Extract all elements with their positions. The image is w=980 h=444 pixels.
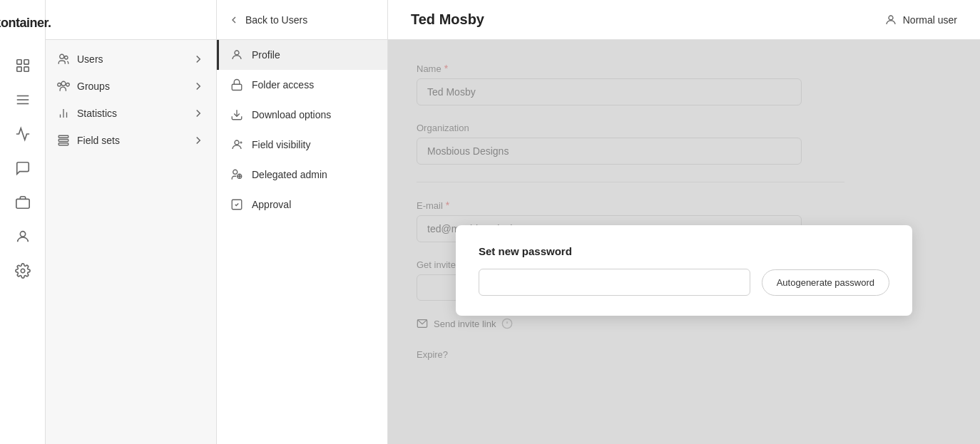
password-modal-overlay: Set new password Autogenerate password [388, 40, 980, 444]
content-header: Ted Mosby Normal user [388, 0, 980, 40]
svg-point-10 [60, 54, 64, 58]
sub-nav-label-field-visibility: Field visibility [252, 139, 310, 150]
sub-nav: Profile Folder access Download options F… [217, 40, 387, 220]
sub-nav-delegated-admin[interactable]: Delegated admin [217, 160, 387, 190]
svg-rect-7 [16, 199, 29, 208]
svg-point-8 [20, 232, 25, 237]
svg-rect-22 [232, 84, 242, 90]
sidebar-icon-statistics[interactable] [9, 120, 37, 148]
nav-item-groups[interactable]: Groups [46, 73, 216, 100]
svg-point-9 [21, 269, 25, 273]
svg-rect-19 [58, 140, 68, 142]
nav-item-statistics[interactable]: Statistics [46, 100, 216, 127]
back-label: Back to Users [245, 14, 307, 26]
svg-point-12 [61, 81, 66, 86]
svg-rect-18 [58, 135, 68, 138]
svg-point-24 [235, 140, 239, 145]
nav-label-field-sets: Field sets [77, 135, 120, 146]
page-title: Ted Mosby [411, 11, 484, 28]
icon-sidebar: kontainer. [0, 0, 46, 444]
svg-rect-3 [24, 67, 28, 71]
sub-nav-field-visibility[interactable]: Field visibility [217, 130, 387, 160]
sub-nav-label-profile: Profile [252, 49, 280, 61]
main-nav: Users Groups Statistics Field sets [46, 40, 216, 160]
sidebar-icon-comments[interactable] [9, 154, 37, 182]
sidebar-icon-user[interactable] [9, 222, 37, 251]
password-input[interactable] [479, 269, 750, 296]
main-sidebar-header [46, 0, 216, 40]
password-modal-row: Autogenerate password [479, 269, 889, 296]
nav-item-field-sets[interactable]: Field sets [46, 127, 216, 154]
sub-nav-folder-access[interactable]: Folder access [217, 70, 387, 100]
sub-sidebar: Back to Users Profile Folder access Down… [217, 0, 388, 444]
sidebar-icon-dashboard[interactable] [9, 51, 37, 80]
back-to-users-button[interactable]: Back to Users [217, 0, 387, 40]
sub-nav-label-folder-access: Folder access [252, 79, 314, 91]
svg-point-21 [235, 51, 239, 55]
sub-nav-download-options[interactable]: Download options [217, 100, 387, 130]
user-avatar-icon [884, 14, 897, 26]
svg-point-11 [65, 56, 68, 60]
sub-nav-label-download-options: Download options [252, 109, 331, 120]
svg-rect-2 [16, 67, 21, 71]
svg-point-27 [233, 170, 238, 174]
sub-nav-approval[interactable]: Approval [217, 190, 387, 220]
sidebar-icon-list[interactable] [9, 86, 37, 114]
logo-text: kontainer. [0, 16, 51, 31]
svg-rect-20 [58, 143, 68, 145]
svg-point-30 [889, 16, 893, 20]
sub-nav-profile[interactable]: Profile [217, 40, 387, 70]
user-badge: Normal user [884, 14, 957, 26]
logo: kontainer. [6, 11, 40, 34]
sidebar-icon-settings[interactable] [9, 257, 37, 285]
autogenerate-password-button[interactable]: Autogenerate password [762, 269, 889, 296]
nav-label-users: Users [77, 53, 103, 65]
sub-nav-label-delegated-admin: Delegated admin [252, 169, 327, 180]
svg-rect-0 [16, 60, 21, 64]
nav-label-groups: Groups [77, 81, 110, 92]
sub-nav-label-approval: Approval [252, 199, 291, 210]
sidebar-icon-briefcase[interactable] [9, 188, 37, 217]
nav-label-statistics: Statistics [77, 108, 117, 119]
user-role-label: Normal user [903, 14, 957, 26]
main-sidebar: Users Groups Statistics Field sets [46, 0, 217, 444]
form-area: Name * Organization E-mail * Set new pas… [388, 40, 980, 444]
nav-item-users[interactable]: Users [46, 46, 216, 73]
svg-point-14 [66, 83, 70, 87]
password-modal-title: Set new password [479, 245, 889, 257]
svg-point-13 [58, 83, 61, 87]
content-area: Ted Mosby Normal user Name * Organizatio… [388, 0, 980, 444]
password-modal: Set new password Autogenerate password [456, 225, 912, 316]
svg-rect-1 [24, 60, 28, 64]
